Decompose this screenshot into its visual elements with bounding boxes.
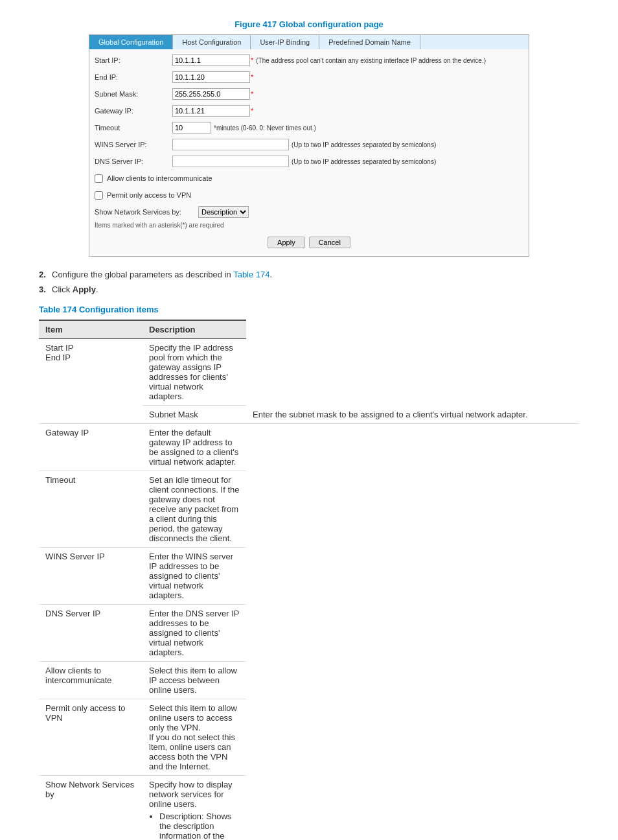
table-row-timeout: Timeout Set an idle timeout for client c…: [39, 471, 579, 548]
desc-permit-only-line2: If you do not select this item, online u…: [149, 732, 240, 771]
item-dns: DNS Server IP: [39, 605, 143, 662]
table-174-link[interactable]: Table 174: [233, 270, 269, 279]
input-dns[interactable]: [172, 156, 289, 167]
step-3-text: Click Apply.: [52, 285, 579, 294]
table-header-row: Item Description: [39, 320, 579, 339]
desc-permit-only-line1: Select this item to allow online users t…: [149, 703, 240, 732]
figure-title: Figure 417 Global configuration page: [39, 19, 579, 29]
table-row-dns: DNS Server IP Enter the DNS server IP ad…: [39, 605, 579, 662]
tab-host-configuration[interactable]: Host Configuration: [173, 35, 251, 49]
tab-bar[interactable]: Global Configuration Host Configuration …: [89, 35, 529, 49]
step-3-bold: Apply: [73, 285, 96, 294]
button-row: Apply Cancel: [95, 233, 523, 252]
item-timeout: Timeout: [39, 471, 143, 548]
label-gateway-ip: Gateway IP:: [95, 107, 172, 115]
input-start-ip[interactable]: [172, 54, 250, 66]
steps-before-table: 2. Configure the global parameters as de…: [39, 270, 579, 294]
table-title: Table 174 Configuration items: [39, 305, 579, 314]
label-dns: DNS Server IP:: [95, 158, 172, 165]
desc-show-network: Specify how to display network services …: [143, 776, 246, 841]
item-wins: WINS Server IP: [39, 548, 143, 605]
step-2-num: 2.: [39, 270, 52, 279]
config-form: Start IP: * (The address pool can't cont…: [89, 49, 529, 256]
required-star-gateway: *: [251, 107, 253, 115]
item-allow-clients: Allow clients to intercommunicate: [39, 662, 143, 699]
bullet-description: Description: Shows the description infor…: [159, 811, 240, 840]
desc-show-network-list: Description: Shows the description infor…: [159, 811, 240, 840]
table-row-gateway-ip: Gateway IP Enter the default gateway IP …: [39, 424, 579, 471]
input-gateway-ip[interactable]: [172, 105, 250, 117]
item-permit-only: Permit only access to VPN: [39, 699, 143, 776]
checkbox-permit-only[interactable]: [95, 191, 103, 200]
step-3-num: 3.: [39, 285, 52, 294]
desc-dns: Enter the DNS server IP addresses to be …: [143, 605, 246, 662]
desc-timeout: Set an idle timeout for client connectio…: [143, 471, 246, 548]
required-star-subnet: *: [251, 90, 253, 98]
label-show-network: Show Network Services by:: [95, 208, 198, 216]
item-subnet-mask: Subnet Mask: [143, 406, 246, 424]
table-row-wins: WINS Server IP Enter the WINS server IP …: [39, 548, 579, 605]
step-3: 3. Click Apply.: [39, 285, 579, 294]
select-show-network[interactable]: Description IP address: [198, 206, 249, 218]
label-wins: WINS Server IP:: [95, 141, 172, 148]
item-start-ip: Start IPEnd IP: [39, 339, 143, 424]
form-row-timeout: Timeout *minutes (0-60. 0: Never times o…: [95, 121, 523, 135]
form-row-allow-clients: Allow clients to intercommunicate: [95, 171, 523, 185]
form-row-show-network: Show Network Services by: Description IP…: [95, 205, 523, 219]
note-wins: (Up to two IP addresses separated by sem…: [292, 141, 436, 148]
item-show-network: Show Network Services by: [39, 776, 143, 841]
cancel-button[interactable]: Cancel: [309, 237, 350, 248]
checkbox-allow-clients[interactable]: [95, 174, 103, 183]
form-row-subnet-mask: Subnet Mask: *: [95, 87, 523, 101]
input-wins[interactable]: [172, 139, 289, 150]
required-note: Items marked with an asterisk(*) are req…: [95, 222, 523, 229]
desc-wins: Enter the WINS server IP addresses to be…: [143, 548, 246, 605]
required-star-end-ip: *: [251, 73, 253, 81]
note-dns: (Up to two IP addresses separated by sem…: [292, 158, 436, 165]
tab-global-configuration[interactable]: Global Configuration: [89, 35, 173, 49]
table-row-show-network: Show Network Services by Specify how to …: [39, 776, 579, 841]
col-header-item: Item: [39, 320, 143, 339]
label-end-ip: End IP:: [95, 73, 172, 81]
label-subnet-mask: Subnet Mask:: [95, 90, 172, 98]
label-timeout: Timeout: [95, 124, 172, 132]
label-allow-clients: Allow clients to intercommunicate: [107, 174, 212, 182]
tab-predefined-domain-name[interactable]: Predefined Domain Name: [319, 35, 420, 49]
desc-allow-clients: Select this item to allow IP access betw…: [143, 662, 246, 699]
form-row-dns: DNS Server IP: (Up to two IP addresses s…: [95, 154, 523, 169]
label-permit-only: Permit only access to VPN: [107, 191, 191, 199]
desc-show-network-intro: Specify how to display network services …: [149, 780, 240, 809]
config-table: Item Description Start IPEnd IP Specify …: [39, 320, 579, 840]
tab-user-ip-binding[interactable]: User-IP Binding: [251, 35, 319, 49]
input-end-ip[interactable]: [172, 71, 250, 83]
figure-section: Figure 417 Global configuration page Glo…: [39, 19, 579, 257]
form-row-start-ip: Start IP: * (The address pool can't cont…: [95, 53, 523, 67]
config-ui: Global Configuration Host Configuration …: [89, 34, 529, 257]
step-2: 2. Configure the global parameters as de…: [39, 270, 579, 279]
table-row-allow-clients: Allow clients to intercommunicate Select…: [39, 662, 579, 699]
desc-subnet-mask: Enter the subnet mask to be assigned to …: [246, 406, 579, 424]
input-subnet-mask[interactable]: [172, 88, 250, 100]
apply-button[interactable]: Apply: [268, 237, 305, 248]
form-row-permit-only: Permit only access to VPN: [95, 188, 523, 202]
label-start-ip: Start IP:: [95, 56, 172, 64]
desc-start-ip: Specify the IP address pool from which t…: [143, 339, 246, 406]
required-star-start-ip: *: [251, 56, 253, 64]
table-row-start-ip: Start IPEnd IP Specify the IP address po…: [39, 339, 579, 406]
input-timeout[interactable]: [172, 122, 211, 134]
step-2-text: Configure the global parameters as descr…: [52, 270, 579, 279]
desc-permit-only: Select this item to allow online users t…: [143, 699, 246, 776]
form-row-end-ip: End IP: *: [95, 70, 523, 84]
note-start-ip: (The address pool can't contain any exis…: [256, 57, 486, 64]
desc-gateway-ip: Enter the default gateway IP address to …: [143, 424, 246, 471]
form-row-gateway-ip: Gateway IP: *: [95, 104, 523, 118]
note-timeout: *minutes (0-60. 0: Never times out.): [214, 124, 316, 132]
form-row-wins: WINS Server IP: (Up to two IP addresses …: [95, 137, 523, 152]
col-header-description: Description: [143, 320, 246, 339]
item-gateway-ip: Gateway IP: [39, 424, 143, 471]
table-row-permit-only: Permit only access to VPN Select this it…: [39, 699, 579, 776]
